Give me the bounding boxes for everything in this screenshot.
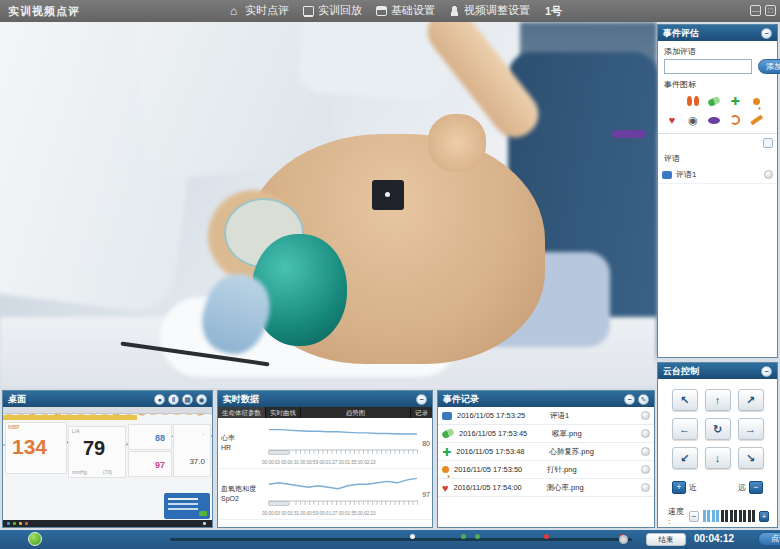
clear-icon[interactable]: − (624, 394, 635, 405)
edit-icon[interactable]: ✎ (638, 394, 649, 405)
speed-segment (707, 510, 710, 522)
chart-title: 心率 (221, 433, 262, 444)
grid-icon[interactable]: ▦ (182, 394, 193, 405)
pan-right-button[interactable]: → (738, 418, 764, 440)
capsule-icon (441, 428, 455, 439)
pin-icon[interactable] (749, 94, 763, 108)
far-label: 远 (738, 482, 746, 493)
realtime-data-panel: 实时数据 − 生命体征参数实时曲线趋势图记录 心率HR00:00:03 00:0… (217, 390, 433, 528)
tab-实时点评[interactable]: ⌂实时点评 (230, 3, 289, 18)
scrub-trim (612, 130, 646, 138)
chart-current-value: 97 (418, 491, 432, 498)
pause-icon[interactable]: ‖ (168, 394, 179, 405)
heart-icon[interactable]: ♥ (665, 113, 679, 127)
speed-minus-button[interactable]: − (689, 511, 699, 522)
pan-up-button[interactable]: ↑ (705, 389, 731, 411)
timeline-seek-bar[interactable] (170, 538, 632, 541)
snapshot-icon[interactable]: ◉ (196, 394, 207, 405)
tab-生命体征参数[interactable]: 生命体征参数 (218, 407, 265, 418)
diamond-icon[interactable] (665, 94, 679, 108)
comment-icon (662, 171, 672, 179)
realtime-tab-bar: 生命体征参数实时曲线趋势图记录 (218, 407, 432, 418)
lungs-icon[interactable] (686, 94, 700, 108)
cross-icon: ✚ (730, 95, 739, 107)
event-row[interactable]: 2016/11/05 17:53:25评语1 (438, 407, 654, 425)
event-action-button[interactable] (641, 429, 650, 438)
event-row[interactable]: ♥2016/11/05 17:54:00测心率.png (438, 479, 654, 497)
maximize-button[interactable]: □ (765, 5, 776, 16)
speed-slider[interactable] (703, 510, 756, 522)
event-log-header: 事件记录 −✎ (438, 391, 654, 407)
tab-趋势图[interactable]: 趋势图 (301, 407, 410, 418)
event-row[interactable]: 2016/11/05 17:53:50打针.png (438, 461, 654, 479)
timeline-marker[interactable] (475, 534, 480, 539)
settings-icon (376, 6, 387, 16)
collapse-icon[interactable]: − (761, 28, 772, 39)
event-icon-grid: ✚♥◉ (665, 94, 777, 127)
event-action-button[interactable] (641, 465, 650, 474)
collapse-icon[interactable]: − (761, 366, 772, 377)
pan-home-button[interactable]: ↻ (705, 418, 731, 440)
speed-segment (739, 510, 742, 522)
live-video-feed (0, 22, 657, 388)
zoom-in-button[interactable]: + (672, 481, 686, 494)
minimize-button[interactable]: — (750, 5, 761, 16)
nibp-value: 134 (12, 435, 47, 459)
review-button[interactable]: 点评 (758, 532, 780, 546)
clipboard-icon[interactable] (763, 138, 773, 148)
speed-plus-button[interactable]: + (759, 511, 769, 522)
eye-icon: ◉ (688, 114, 698, 126)
pan-up-right-button[interactable]: ↗ (738, 389, 764, 411)
pan-down-button[interactable]: ↓ (705, 447, 731, 469)
tab-实时曲线[interactable]: 实时曲线 (266, 407, 300, 418)
timeline-marker[interactable] (461, 534, 466, 539)
zoom-out-button[interactable]: − (749, 481, 763, 494)
record-indicator[interactable] (28, 532, 42, 546)
event-row[interactable]: 2016/11/05 17:53:45喉罩.png (438, 425, 654, 443)
comment-input[interactable] (664, 59, 752, 74)
syringe-icon[interactable] (749, 113, 763, 127)
event-action-button[interactable] (641, 447, 650, 456)
tab-视频调整设置[interactable]: 视频调整设置 (449, 3, 530, 18)
seek-handle[interactable] (619, 535, 628, 544)
end-button[interactable]: 结束 (646, 533, 686, 546)
pan-up-left-button[interactable]: ↖ (672, 389, 698, 411)
realtime-chart-rows: 心率HR00:00:03 00:00:31 00:00:59 00:01:27 … (218, 418, 432, 520)
eye-icon[interactable]: ◉ (686, 113, 700, 127)
comment-list: 评语1 (658, 166, 777, 184)
alarm-strip (3, 415, 137, 420)
event-evaluation-panel: 事件评估 − 添加评语 添加 事件图标 ✚♥◉ 评语 评语1 (657, 24, 778, 358)
chart-label: 血氧饱和度SpO2 (218, 484, 262, 505)
heart-icon: ♥ (442, 482, 449, 494)
add-comment-button[interactable]: 添加 (758, 59, 780, 74)
gut-icon[interactable] (728, 113, 742, 127)
record-icon[interactable]: ● (154, 394, 165, 405)
cpr-feedback-sensor (372, 180, 404, 210)
pan-down-left-button[interactable]: ↙ (672, 447, 698, 469)
comment-action-button[interactable] (764, 170, 773, 179)
comment-row[interactable]: 评语1 (658, 166, 777, 184)
tab-实训回放[interactable]: 实训回放 (303, 3, 362, 18)
timeline-marker[interactable] (544, 534, 549, 539)
event-action-button[interactable] (641, 483, 650, 492)
event-time: 2016/11/05 17:54:00 (454, 483, 542, 492)
pan-down-right-button[interactable]: ↘ (738, 447, 764, 469)
heart-icon: ♥ (669, 114, 676, 126)
event-row[interactable]: ✚2016/11/05 17:53:48心肺复苏.png (438, 443, 654, 461)
pan-left-button[interactable]: ← (672, 418, 698, 440)
capsule-icon (707, 95, 721, 106)
monitor-taskbar (3, 520, 212, 527)
spo2-value: 97 (155, 460, 165, 470)
tab-基础设置[interactable]: 基础设置 (376, 3, 435, 18)
patient-monitor-view: NIBP 134 L/A 79 mmHg (73) 88 97 - 37.0 (3, 407, 212, 527)
mask-icon[interactable] (707, 113, 721, 127)
cross-icon[interactable]: ✚ (728, 94, 742, 108)
timeline-marker[interactable] (410, 534, 415, 539)
tab-label: 视频调整设置 (464, 3, 530, 18)
event-action-button[interactable] (641, 411, 650, 420)
capsule-icon[interactable] (707, 94, 721, 108)
collapse-icon[interactable]: − (416, 394, 427, 405)
event-label: 测心率.png (547, 483, 636, 493)
event-evaluation-title: 事件评估 (663, 27, 699, 40)
tab-记录[interactable]: 记录 (411, 407, 432, 418)
